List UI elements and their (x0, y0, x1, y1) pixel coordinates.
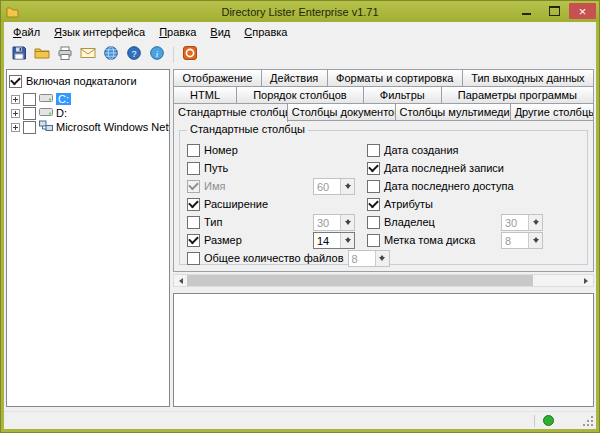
spinner-buttons (340, 233, 354, 248)
menu-interface-language[interactable]: Язык интерфейса (47, 24, 152, 40)
tree-checkbox-c[interactable] (23, 93, 36, 106)
tree-item-d-drive[interactable]: D: (9, 106, 167, 120)
tab-filters[interactable]: Фильтры (364, 86, 442, 104)
menu-help[interactable]: Справка (237, 24, 294, 40)
maximize-button[interactable] (541, 3, 568, 19)
spinner-buttons (528, 215, 542, 230)
tab-program-options[interactable]: Параметры программы (442, 86, 594, 104)
option-row: Номер (187, 141, 367, 159)
spinner-down-button[interactable] (341, 222, 354, 230)
tab-actions[interactable]: Действия (262, 69, 328, 87)
checkbox-number[interactable] (187, 144, 200, 157)
option-row: Имя 60 (187, 177, 367, 195)
menu-view[interactable]: Вид (203, 24, 237, 40)
exit-button[interactable] (179, 44, 201, 65)
about-icon: i (149, 45, 165, 64)
about-button[interactable]: i (146, 44, 168, 65)
tab-row-3: Стандартные столбцы Столбцы документов С… (173, 103, 594, 121)
checkbox-date-accessed[interactable] (367, 180, 380, 193)
spinner-down-button[interactable] (529, 222, 542, 230)
tab-formats-sorting[interactable]: Форматы и сортировка (328, 69, 463, 87)
tab-other-columns[interactable]: Другие столбцы (511, 103, 594, 121)
title-bar[interactable]: Directory Lister Enterprise v1.71 × (1, 1, 599, 22)
checkbox-type[interactable] (187, 216, 200, 229)
option-label: Общее количество файлов (204, 252, 344, 264)
mail-button[interactable] (77, 44, 99, 65)
checkbox-size[interactable] (187, 234, 200, 247)
width-spinner-size[interactable]: 14 (313, 232, 355, 249)
status-main-panel (8, 412, 534, 429)
option-row: Дата последней записи (367, 159, 583, 177)
svg-text:?: ? (131, 49, 136, 59)
spinner-down-button[interactable] (341, 186, 354, 194)
tab-multimedia-columns[interactable]: Столбцы мультимедиа (396, 103, 511, 121)
checkbox-attributes[interactable] (367, 198, 380, 211)
scrollbar-thumb[interactable] (187, 275, 533, 286)
close-button[interactable]: × (569, 3, 596, 19)
width-spinner-owner[interactable]: 30 (501, 214, 543, 231)
save-button[interactable] (8, 44, 30, 65)
open-folder-button[interactable] (31, 44, 53, 65)
horizontal-scrollbar[interactable] (173, 274, 594, 287)
help-button[interactable]: ? (123, 44, 145, 65)
minimize-button[interactable] (513, 3, 540, 19)
drive-icon (39, 92, 53, 106)
tab-document-columns[interactable]: Столбцы документов (288, 103, 396, 121)
width-spinner-name[interactable]: 60 (313, 178, 355, 195)
resize-grip[interactable] (581, 414, 595, 428)
tab-output-type[interactable]: Тип выходных данных (463, 69, 594, 87)
tab-standard-columns[interactable]: Стандартные столбцы (173, 103, 288, 122)
scroll-right-button[interactable] (580, 275, 593, 286)
checkbox-volume-label[interactable] (367, 234, 380, 247)
width-spinner-type[interactable]: 30 (313, 214, 355, 231)
checkbox-path[interactable] (187, 162, 200, 175)
expand-icon[interactable] (11, 95, 20, 104)
spinner-down-button[interactable] (529, 240, 542, 248)
tree-checkbox-network[interactable] (23, 121, 36, 134)
print-icon (57, 45, 73, 64)
menu-bar: Файл Язык интерфейса Правка Вид Справка (4, 22, 596, 42)
options-column-left: Номер Путь Имя 60 (187, 141, 367, 267)
spinner-value: 30 (502, 215, 528, 230)
menu-file[interactable]: Файл (6, 24, 47, 40)
spinner-value: 60 (314, 179, 340, 194)
checkbox-name[interactable] (187, 180, 200, 193)
spinner-down-button[interactable] (341, 240, 354, 248)
option-label: Дата последней записи (384, 162, 504, 174)
checkbox-date-modified[interactable] (367, 162, 380, 175)
directory-tree: C: D: (9, 92, 167, 134)
spinner-buttons (528, 233, 542, 248)
checkbox-total-files[interactable] (187, 252, 200, 265)
options-columns: Номер Путь Имя 60 (180, 131, 587, 267)
tree-item-network[interactable]: Microsoft Windows Network (9, 120, 167, 134)
option-row: Дата создания (367, 141, 583, 159)
save-icon (11, 45, 27, 64)
checkbox-owner[interactable] (367, 216, 380, 229)
include-subdirs-checkbox[interactable] (9, 75, 22, 88)
tab-display[interactable]: Отображение (173, 69, 262, 87)
option-label: Метка тома диска (384, 234, 475, 246)
menu-edit[interactable]: Правка (152, 24, 203, 40)
option-row: Атрибуты (367, 195, 583, 213)
scrollbar-track[interactable] (187, 275, 580, 286)
width-spinner-volume-label[interactable]: 8 (501, 232, 543, 249)
window-title: Directory Lister Enterprise v1.71 (221, 6, 378, 18)
print-button[interactable] (54, 44, 76, 65)
tree-item-c-drive[interactable]: C: (9, 92, 167, 106)
standard-columns-pane: Стандартные столбцы Номер Путь (173, 120, 594, 272)
tab-html[interactable]: HTML (173, 86, 237, 104)
option-label: Владелец (384, 216, 435, 228)
checkbox-date-created[interactable] (367, 144, 380, 157)
option-label: Дата создания (384, 144, 459, 156)
web-button[interactable] (100, 44, 122, 65)
expand-icon[interactable] (11, 123, 20, 132)
status-indicator-panel (535, 412, 581, 429)
option-row: Расширение (187, 195, 367, 213)
option-row: Дата последнего доступа (367, 177, 583, 195)
tab-column-order[interactable]: Порядок столбцов (237, 86, 364, 104)
scroll-left-button[interactable] (174, 275, 187, 286)
tree-checkbox-d[interactable] (23, 107, 36, 120)
checkbox-extension[interactable] (187, 198, 200, 211)
tree-item-label: Microsoft Windows Network (56, 121, 170, 133)
expand-icon[interactable] (11, 109, 20, 118)
